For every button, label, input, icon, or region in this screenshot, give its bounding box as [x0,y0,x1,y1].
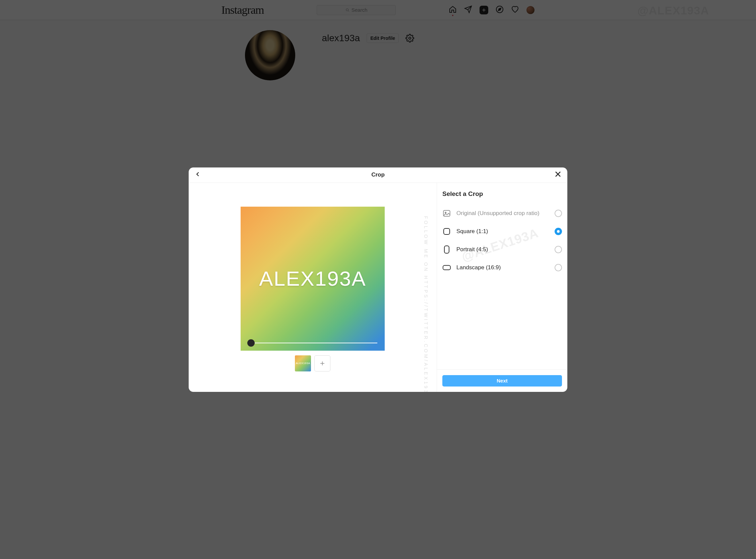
thumbnail-text: ALEX193A [296,362,310,365]
radio-unselected[interactable] [555,264,562,271]
watermark-vertical: FOLLOW ME ON HTTPS://TWITTER.COM/ALEX193… [423,216,429,392]
image-icon [442,209,451,218]
add-media-button[interactable] [314,355,330,372]
svg-rect-15 [444,246,449,253]
thumbnail-row: ALEX193A [295,355,330,372]
modal-body: ALEX193A ALEX193A Select a Crop [189,183,567,392]
chevron-left-icon [194,171,201,178]
landscape-icon [442,263,451,272]
crop-modal: Crop ALEX193A ALEX193A [189,167,567,392]
close-button[interactable] [554,170,562,180]
crop-panel-title: Select a Crop [442,190,562,198]
zoom-slider[interactable] [248,343,377,343]
thumbnail-item[interactable]: ALEX193A [295,355,311,372]
preview-image-text: ALEX193A [259,267,366,290]
plus-icon [319,360,326,367]
crop-panel: Select a Crop Original (Unsupported crop… [437,183,567,392]
crop-option-label: Original (Unsupported crop ratio) [456,210,549,217]
modal-title: Crop [371,172,385,178]
radio-selected[interactable] [555,228,562,235]
radio-unselected[interactable] [555,246,562,253]
crop-option-portrait[interactable]: Portrait (4:5) [442,241,562,259]
square-icon [442,227,451,236]
preview-pane: ALEX193A ALEX193A [189,183,437,392]
back-button[interactable] [194,171,201,179]
next-button[interactable]: Next [442,375,562,386]
svg-rect-16 [443,265,450,270]
svg-rect-14 [444,228,450,234]
crop-option-landscape[interactable]: Landscape (16:9) [442,259,562,277]
radio-unselected [555,210,562,217]
portrait-icon [442,245,451,254]
crop-option-label: Portrait (4:5) [456,246,549,253]
svg-point-13 [445,212,446,213]
crop-option-square[interactable]: Square (1:1) [442,222,562,241]
modal-header: Crop [189,167,567,183]
modal-overlay[interactable]: Crop ALEX193A ALEX193A [0,0,756,559]
crop-panel-body: Select a Crop Original (Unsupported crop… [437,183,567,370]
close-icon [554,170,562,178]
crop-option-label: Landscape (16:9) [456,264,549,271]
crop-option-label: Square (1:1) [456,228,549,235]
svg-rect-12 [444,210,450,216]
zoom-slider-thumb[interactable] [247,339,255,346]
preview-image[interactable]: ALEX193A [241,207,385,351]
crop-option-original: Original (Unsupported crop ratio) [442,204,562,222]
crop-footer: Next [437,370,567,392]
